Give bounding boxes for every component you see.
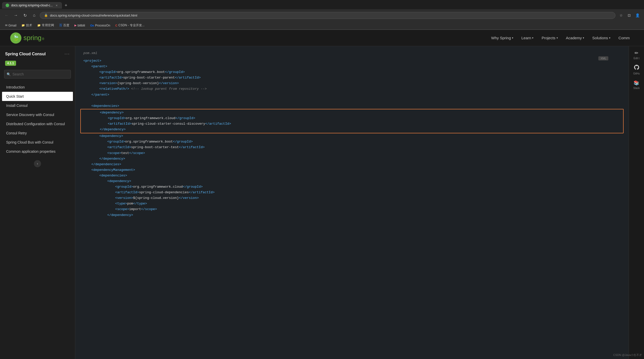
github-label: GitHu <box>633 72 640 75</box>
code-line-24: </dependency> <box>83 212 621 218</box>
sidebar-item-service-discovery[interactable]: Service Discovery with Consul <box>0 110 75 119</box>
address-bar[interactable]: 🔒 docs.spring.io/spring-cloud-consul/ref… <box>40 12 615 19</box>
code-header: pom.xml XML <box>75 51 629 58</box>
sidebar-item-introduction[interactable]: Introduction <box>0 83 75 92</box>
tab-search-button[interactable]: ⊡ <box>626 12 633 19</box>
bookmark-gmail-label: Gmail <box>8 24 16 27</box>
code-line-4: <artifactId>spring-boot-starter-parent</… <box>83 75 621 81</box>
code-line-22: <type>pom</type> <box>83 201 621 207</box>
code-line-highlight-1: <dependency> <box>84 110 620 116</box>
edit-icon: ✏ <box>635 50 638 56</box>
code-line-3: <groupId>org.springframework.boot</group… <box>83 69 621 75</box>
new-tab-button[interactable]: + <box>62 2 70 9</box>
bookmark-gmail[interactable]: ✉ Gmail <box>3 23 18 28</box>
folder-icon-1: 📁 <box>21 24 25 27</box>
spring-logo[interactable]: 🍃 spring ® <box>10 32 44 44</box>
bookmark-bilibili-label: bilibili <box>78 24 85 27</box>
version-badge[interactable]: 4.1.1 <box>5 61 16 66</box>
bookmark-csdn-label: CSDN - 专业开发... <box>118 23 145 28</box>
sidebar-item-spring-cloud-bus[interactable]: Spring Cloud Bus with Consul <box>0 138 75 147</box>
code-line-18: <dependency> <box>83 178 621 184</box>
sidebar-item-distributed-config[interactable]: Distributed Configuration with Consul <box>0 119 75 129</box>
code-line-20: <artifactId>spring-cloud-dependencies</a… <box>83 190 621 195</box>
code-container[interactable]: pom.xml XML <project> <parent> <groupId>… <box>75 46 629 359</box>
code-line-1: <project> <box>83 58 621 64</box>
nav-community[interactable]: Comm <box>614 34 634 42</box>
nav-learn[interactable]: Learn ▾ <box>517 34 537 42</box>
code-line-23: <scope>import</scope> <box>83 207 621 212</box>
sidebar-item-consul-retry[interactable]: Consul Retry <box>0 129 75 138</box>
spring-wordmark-text: spring <box>23 34 42 42</box>
github-icon <box>634 65 639 71</box>
bookmark-common[interactable]: 📁 常用官网 <box>35 22 56 28</box>
tab-bar: docs.spring.io/spring-cloud-c... ✕ + <box>0 0 644 9</box>
code-line-11: <groupId>org.springframework.boot</group… <box>83 139 621 145</box>
code-line-13: <scope>test</scope> <box>83 150 621 156</box>
profile-button[interactable]: 👤 <box>634 12 641 19</box>
sidebar-menu-button[interactable]: ··· <box>65 51 70 57</box>
sidebar-item-quickstart[interactable]: Quick Start <box>2 92 73 101</box>
bookmark-tech[interactable]: 📁 技术 <box>19 22 34 28</box>
file-label: pom.xml <box>75 51 629 58</box>
watermark: CSDN @Java小生不才 <box>613 353 642 357</box>
sidebar-collapse-button[interactable]: ‹ <box>34 160 41 167</box>
code-line-9: <dependencies> <box>83 103 621 109</box>
bookmark-csdn[interactable]: C CSDN - 专业开发... <box>113 22 147 28</box>
bookmark-processon[interactable]: On ProcessOn <box>88 23 112 28</box>
sidebar-search-input[interactable] <box>4 70 71 79</box>
code-block-2: <dependency> <groupId>org.springframewor… <box>75 133 629 218</box>
security-icon: 🔒 <box>44 14 48 17</box>
edit-label: Edit t <box>634 57 639 60</box>
forward-button[interactable]: → <box>12 12 19 19</box>
tab-close-button[interactable]: ✕ <box>55 4 58 7</box>
edit-page-button[interactable]: ✏ Edit t <box>634 50 639 60</box>
toolbar-actions: ☆ ⊡ 👤 <box>617 12 641 19</box>
bookmark-button[interactable]: ☆ <box>617 12 625 19</box>
nav-projects[interactable]: Projects ▾ <box>537 34 562 42</box>
active-tab[interactable]: docs.spring.io/spring-cloud-c... ✕ <box>2 2 62 9</box>
code-line-14: </dependency> <box>83 156 621 162</box>
bookmark-common-label: 常用官网 <box>42 23 54 28</box>
code-line-10: <dependency> <box>83 133 621 139</box>
nav-solutions[interactable]: Solutions ▾ <box>588 34 614 42</box>
spring-leaf-icon: 🍃 <box>12 35 19 41</box>
nav-why-spring[interactable]: Why Spring ▾ <box>487 34 517 42</box>
spring-logo-circle: 🍃 <box>10 32 21 44</box>
code-line-16: <dependencyManagement> <box>83 167 621 173</box>
highlighted-code: <dependency> <groupId>org.springframewor… <box>84 110 620 132</box>
code-line-5: <version>{spring-boot-version}</version> <box>83 81 621 86</box>
code-line-highlight-2: <groupId>org.springframework.cloud</grou… <box>84 116 620 121</box>
right-panel: ✏ Edit t GitHu 📚 Stack <box>629 46 644 359</box>
nav-chevron-4: ▾ <box>609 36 610 39</box>
processon-icon: On <box>90 24 94 27</box>
home-button[interactable]: ⌂ <box>31 12 38 19</box>
code-line-7: </parent> <box>83 92 621 98</box>
sidebar-search-container: 🔍 <box>4 70 71 79</box>
bookmarks-bar: ✉ Gmail 📁 技术 📁 常用官网 百 百度 ▶ bilibili On P… <box>0 21 644 30</box>
sidebar-title: Spring Cloud Consul <box>5 52 46 56</box>
nav-academy[interactable]: Academy ▾ <box>562 34 588 42</box>
page: 🍃 spring ® Why Spring ▾ Learn ▾ Projects… <box>0 30 644 359</box>
gmail-icon: ✉ <box>5 24 7 27</box>
tab-label: docs.spring.io/spring-cloud-c... <box>11 4 53 7</box>
spring-header: 🍃 spring ® Why Spring ▾ Learn ▾ Projects… <box>0 30 644 46</box>
xml-badge: XML <box>598 56 608 60</box>
back-button[interactable]: ← <box>3 12 10 19</box>
sidebar-item-common-properties[interactable]: Common application properties <box>0 147 75 156</box>
stackoverflow-icon: 📚 <box>634 80 639 86</box>
github-button[interactable]: GitHu <box>633 65 640 75</box>
code-line-6: <relativePath/> <!-- lookup parent from … <box>83 86 621 92</box>
sidebar-item-install-consul[interactable]: Install Consul <box>0 101 75 110</box>
content-area: Spring Cloud Consul ··· 4.1.1 🔍 Introduc… <box>0 46 644 359</box>
bookmark-processon-label: ProcessOn <box>95 24 110 27</box>
nav-chevron-3: ▾ <box>583 36 584 39</box>
code-line-highlight-3: <artifactId>spring-cloud-starter-consul-… <box>84 121 620 127</box>
stackoverflow-button[interactable]: 📚 Stack <box>633 80 640 89</box>
code-line-2: <parent> <box>83 64 621 69</box>
code-line-17: <dependencies> <box>83 173 621 178</box>
bookmark-baidu[interactable]: 百 百度 <box>57 22 71 28</box>
bookmark-bilibili[interactable]: ▶ bilibili <box>72 23 87 28</box>
url-display: docs.spring.io/spring-cloud-consul/refer… <box>50 14 137 17</box>
code-line-highlight-4: </dependency> <box>84 127 620 132</box>
reload-button[interactable]: ↻ <box>21 12 29 19</box>
